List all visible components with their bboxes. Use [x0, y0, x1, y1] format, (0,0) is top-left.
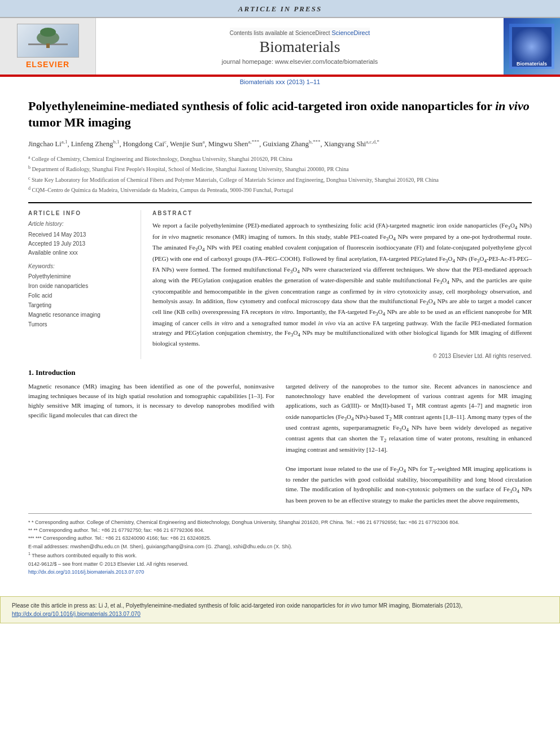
citation-box: Please cite this article in press as: Li… [0, 596, 560, 623]
authors: Jingchao Lia,1, Linfeng Zhengb,1, Hongdo… [28, 138, 532, 150]
intro-two-col: Magnetic resonance (MR) imaging has been… [28, 382, 532, 505]
keyword-1: Polyethylenimine [28, 272, 132, 281]
footnote-equal: 1 These authors contributed equally to t… [28, 551, 532, 560]
journal-header: ELSEVIER Contents lists available at Sci… [0, 18, 560, 76]
affil-d: d CQM–Centro de Química da Madeira, Univ… [28, 185, 532, 194]
keyword-3: Folic acid [28, 291, 132, 300]
footnote-email: E-mail addresses: mwshen@dhu.edu.cn (M. … [28, 543, 532, 551]
affiliations: a College of Chemistry, Chemical Enginee… [28, 154, 532, 194]
keywords-label: Keywords: [28, 263, 132, 269]
contents-text: Contents lists available at ScienceDirec… [230, 30, 330, 36]
abstract-text: We report a facile polyethylenimine (PEI… [152, 221, 532, 348]
affil-c: c State Key Laboratory for Modification … [28, 175, 532, 184]
issn-line: 0142-9612/$ – see front matter © 2013 El… [28, 560, 532, 568]
section-title-intro: 1. Introduction [28, 368, 532, 377]
journal-logo-right: Biomaterials [504, 18, 560, 75]
title-italic: in vivo [495, 99, 530, 113]
article-info-label: ARTICLE INFO [28, 210, 132, 216]
page: ARTICLE IN PRESS ELSEVIER [0, 0, 560, 747]
footnote-corresponding2: ** ** Corresponding author. Tel.: +86 21… [28, 526, 532, 534]
elsevier-logo-area: ELSEVIER [0, 18, 96, 75]
citation-text: Please cite this article in press as: Li… [12, 602, 462, 617]
elsevier-logo: ELSEVIER [17, 24, 79, 69]
keyword-5: Magnetic resonance imaging [28, 310, 132, 320]
svg-point-2 [40, 28, 56, 37]
abstract-label: ABSTRACT [152, 210, 532, 216]
accepted-date: Accepted 19 July 2013 [28, 239, 132, 248]
article-title: Polyethyleneimine-mediated synthesis of … [28, 98, 532, 130]
elsevier-tree-svg [25, 27, 71, 55]
svg-rect-3 [46, 43, 50, 48]
available-online: Available online xxx [28, 248, 132, 257]
history-label: Article history: [28, 221, 132, 227]
journal-ref: Biomaterials xxx (2013) 1–11 [0, 77, 560, 87]
received-date: Received 14 May 2013 [28, 230, 132, 239]
article-info-col: ARTICLE INFO Article history: Received 1… [28, 210, 141, 359]
introduction-section: 1. Introduction Magnetic resonance (MR) … [28, 368, 532, 505]
journal-logo-text: Biomaterials [517, 61, 547, 67]
intro-col1: Magnetic resonance (MR) imaging has been… [28, 382, 274, 505]
keyword-4: Targeting [28, 300, 132, 310]
keyword-6: Tumors [28, 320, 132, 329]
intro-col2: targeted delivery of the nanoprobes to t… [286, 382, 532, 505]
copyright-line: © 2013 Elsevier Ltd. All rights reserved… [152, 353, 532, 359]
affil-b: b Department of Radiology, Shanghai Firs… [28, 164, 532, 173]
footnote-corresponding3: *** *** Corresponding author. Tel.: +86 … [28, 534, 532, 542]
doi-line: http://dx.doi.org/10.1016/j.biomaterials… [28, 568, 532, 576]
affil-a: a College of Chemistry, Chemical Enginee… [28, 154, 532, 163]
info-abstract-section: ARTICLE INFO Article history: Received 1… [28, 202, 532, 359]
footnotes: * * Corresponding author. College of Che… [28, 513, 532, 576]
banner-text: ARTICLE IN PRESS [238, 5, 322, 13]
main-content: Polyethyleneimine-mediated synthesis of … [0, 87, 560, 587]
article-in-press-banner: ARTICLE IN PRESS [0, 0, 560, 18]
abstract-col: ABSTRACT We report a facile polyethyleni… [152, 210, 532, 359]
elsevier-text: ELSEVIER [26, 60, 69, 69]
citation-doi-link[interactable]: http://dx.doi.org/10.1016/j.biomaterials… [12, 611, 141, 617]
footnote-corresponding1: * * Corresponding author. College of Che… [28, 518, 532, 526]
journal-header-center: Contents lists available at ScienceDirec… [96, 18, 504, 75]
doi-link[interactable]: http://dx.doi.org/10.1016/j.biomaterials… [28, 569, 144, 575]
journal-name: Biomaterials [259, 38, 340, 56]
elsevier-logo-image [17, 24, 79, 58]
journal-homepage: journal homepage: www.elsevier.com/locat… [222, 58, 378, 65]
contents-line: Contents lists available at ScienceDirec… [230, 28, 370, 38]
biomaterials-logo-box: Biomaterials [509, 24, 554, 69]
keyword-2: Iron oxide nanoparticles [28, 281, 132, 291]
